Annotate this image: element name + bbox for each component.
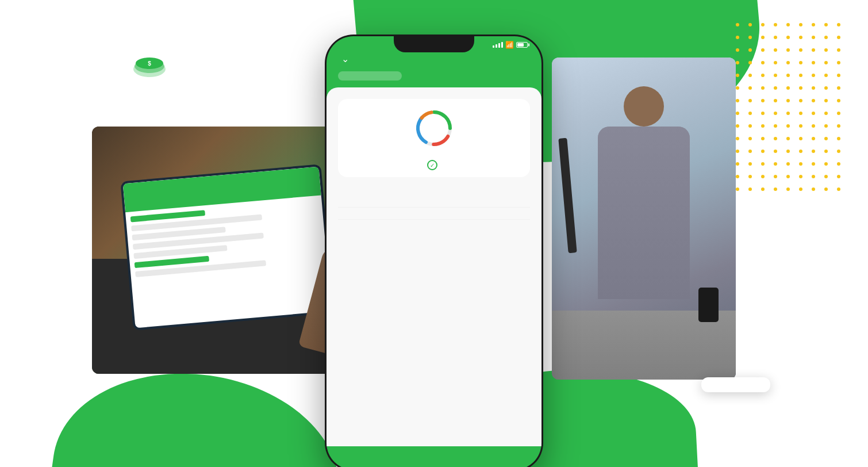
income-row-1[interactable] (338, 196, 530, 208)
app-tabs (327, 71, 541, 81)
svg-point-8 (414, 108, 454, 148)
phone-mockup: 📶 ⌄ (325, 35, 543, 467)
phone-outer-shell: 📶 ⌄ (325, 35, 543, 467)
tab-spent[interactable] (402, 71, 466, 81)
phone-notch (394, 36, 474, 52)
logo-container: $ (132, 58, 172, 81)
logo-area: $ (132, 58, 172, 81)
person-bg (552, 58, 736, 380)
everydollar-logo-icon: $ (132, 58, 167, 81)
giving-section-header (338, 229, 530, 237)
phone-inner-screen: 📶 ⌄ (327, 36, 541, 467)
signal-icon (493, 42, 503, 48)
add-item-button[interactable] (338, 220, 530, 229)
tablet-screen (123, 167, 332, 328)
tab-planned[interactable] (338, 71, 402, 81)
budget-summary-card: ✓ (338, 99, 530, 177)
page-content: $ (0, 0, 868, 467)
tablet-device (120, 164, 333, 331)
everydollar-badge: ✓ (427, 160, 441, 170)
person-head (624, 86, 664, 127)
battery-tip (528, 44, 529, 47)
svg-text:$: $ (148, 60, 151, 67)
income-row-2[interactable] (338, 208, 530, 220)
app-content: ✓ (327, 87, 541, 446)
battery-fill (517, 43, 524, 47)
svg-point-7 (414, 108, 454, 148)
income-section-header (338, 186, 530, 196)
app-chevron-icon[interactable]: ⌄ (341, 53, 349, 64)
bag-strap (558, 138, 577, 254)
budget-donut-chart (414, 108, 454, 148)
svg-point-6 (414, 108, 454, 148)
battery-icon (516, 42, 528, 48)
phone-in-hand (698, 288, 719, 322)
person-photo (552, 58, 736, 380)
app-header: ⌄ (327, 51, 541, 71)
tab-remaining[interactable] (466, 71, 530, 81)
transaction-card (701, 377, 770, 392)
wifi-icon: 📶 (505, 41, 514, 49)
badge-check-icon: ✓ (427, 160, 437, 170)
donut-svg (414, 108, 454, 148)
app-title-row: ⌄ (338, 53, 349, 64)
phone-status-icons: 📶 (493, 41, 528, 49)
person-body (598, 127, 690, 299)
